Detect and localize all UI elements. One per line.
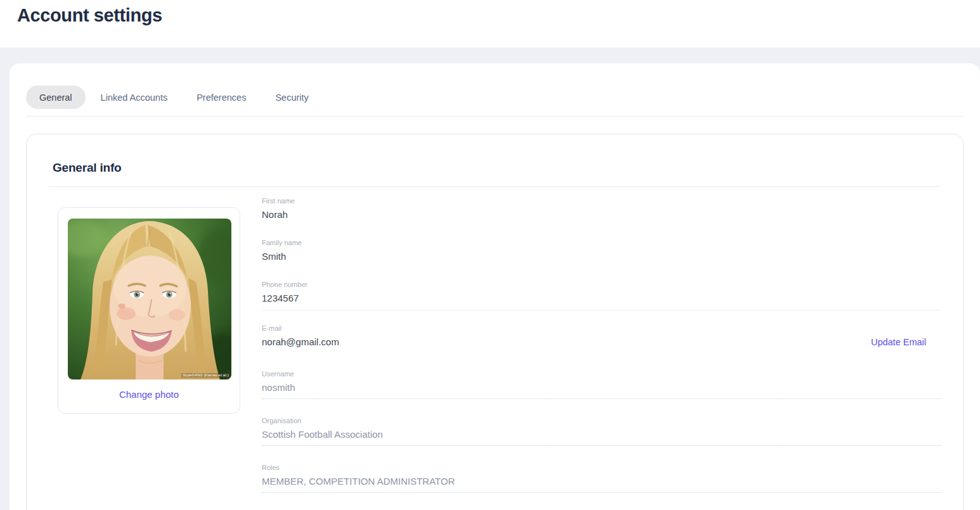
tab-linked-accounts[interactable]: Linked Accounts (87, 86, 182, 109)
first-name-input[interactable] (262, 209, 941, 220)
general-info-card: General info (26, 134, 964, 510)
profile-photo-illustration (68, 219, 231, 379)
page-header: Account settings (0, 0, 980, 48)
general-info-content: StyleGAN2 (Karras et al.) Change photo F… (48, 187, 941, 510)
change-photo-link[interactable]: Change photo (119, 389, 179, 400)
fields-column: First nameFamily namePhone numberE-mailU… (262, 197, 941, 510)
field-value-row (262, 429, 941, 440)
update-email-link[interactable]: Update Email (871, 337, 926, 347)
field-value-row (262, 382, 941, 393)
main-panel: GeneralLinked AccountsPreferencesSecurit… (10, 63, 980, 510)
page-background: GeneralLinked AccountsPreferencesSecurit… (0, 48, 980, 510)
organisation-input (262, 429, 941, 440)
field-label: Phone number (262, 281, 941, 288)
field-value-row (262, 251, 941, 262)
field-label: First name (262, 197, 941, 205)
field-label: Username (262, 370, 941, 378)
field-label: Organisation (262, 417, 941, 424)
tab-general[interactable]: General (26, 86, 86, 109)
page-title: Account settings (17, 5, 980, 26)
section-title: General info (53, 161, 941, 175)
profile-photo-card: StyleGAN2 (Karras et al.) Change photo (58, 207, 240, 414)
roles-input (262, 476, 941, 487)
field-label: Roles (262, 464, 941, 471)
field-username: Username (262, 370, 941, 399)
family-name-input[interactable] (262, 251, 941, 262)
field-first-name: First name (262, 197, 941, 220)
phone-number-input[interactable] (262, 293, 941, 303)
field-value-row (262, 209, 941, 220)
field-phone-number: Phone number (262, 281, 941, 310)
field-e-mail: E-mailUpdate Email (262, 324, 941, 347)
e-mail-input[interactable] (262, 336, 871, 347)
field-value-row (262, 293, 941, 303)
field-value-row: Update Email (262, 336, 941, 347)
field-family-name: Family name (262, 239, 941, 262)
tab-preferences[interactable]: Preferences (183, 86, 260, 109)
field-label: Family name (262, 239, 941, 246)
field-roles: Roles (262, 464, 941, 493)
photo-watermark: StyleGAN2 (Karras et al.) (181, 373, 230, 378)
tab-security[interactable]: Security (261, 86, 322, 109)
tabs-divider (26, 116, 964, 117)
field-value-row (262, 476, 941, 487)
field-organisation: Organisation (262, 417, 941, 446)
tab-bar: GeneralLinked AccountsPreferencesSecurit… (26, 86, 964, 109)
profile-photo: StyleGAN2 (Karras et al.) (68, 219, 231, 379)
field-label: E-mail (262, 324, 941, 332)
username-input (262, 382, 941, 393)
